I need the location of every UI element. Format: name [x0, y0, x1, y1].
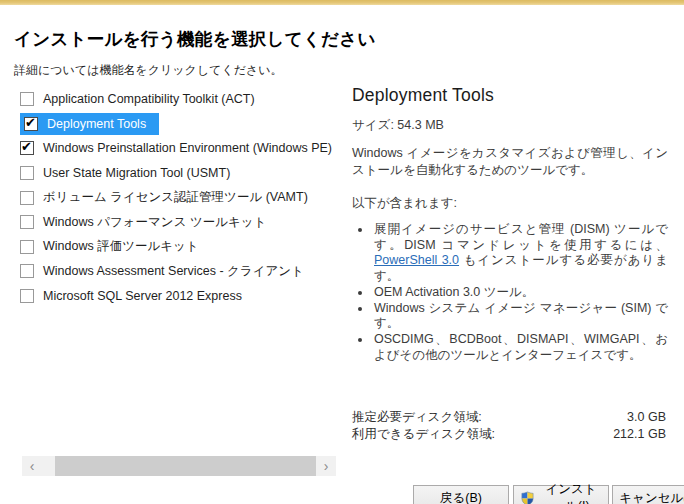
back-button[interactable]: 戻る(B): [413, 485, 509, 504]
feature-label[interactable]: User State Migration Tool (USMT): [43, 166, 230, 180]
cancel-button-label: キャンセル(C): [619, 490, 684, 504]
checkbox[interactable]: ✔: [24, 117, 38, 131]
uac-shield-icon: [520, 491, 535, 504]
checkbox[interactable]: ✔: [20, 166, 34, 180]
disk-required-value: 3.0 GB: [627, 409, 666, 426]
disk-summary: 推定必要ディスク領域: 3.0 GB 利用できるディスク領域: 212.1 GB: [352, 409, 666, 442]
feature-row-vamt[interactable]: ✔ボリューム ライセンス認証管理ツール (VAMT): [14, 185, 348, 210]
feature-row-assessment-services[interactable]: ✔Windows Assessment Services - クライアント: [14, 259, 348, 284]
disk-available-value: 212.1 GB: [613, 426, 666, 443]
feature-row-usmt[interactable]: ✔User State Migration Tool (USMT): [14, 161, 348, 186]
scrollbar-thumb[interactable]: [55, 456, 316, 476]
details-description: Windows イメージをカスタマイズおよび管理し、インストールを自動化するため…: [352, 145, 668, 178]
details-heading: Deployment Tools: [352, 85, 668, 106]
bullet-sim: Windows システム イメージ マネージャー (SIM) です。: [372, 301, 668, 332]
disk-required-row: 推定必要ディスク領域: 3.0 GB: [352, 409, 666, 426]
page-title: インストールを行う機能を選択してください: [14, 27, 376, 51]
cancel-button[interactable]: キャンセル(C): [612, 485, 684, 504]
disk-available-row: 利用できるディスク領域: 212.1 GB: [352, 426, 666, 443]
feature-row-assessment-toolkit[interactable]: ✔Windows 評価ツールキット: [14, 235, 348, 260]
install-button-label: インストール(I): [540, 481, 602, 504]
checkmark-icon: ✔: [25, 116, 36, 130]
feature-label[interactable]: Application Compatibility Toolkit (ACT): [43, 92, 255, 106]
feature-label[interactable]: Windows パフォーマンス ツールキット: [43, 214, 266, 231]
feature-label[interactable]: Windows 評価ツールキット: [43, 238, 199, 255]
checkbox[interactable]: ✔: [20, 215, 34, 229]
install-button[interactable]: インストール(I): [513, 485, 609, 504]
disk-required-label: 推定必要ディスク領域:: [352, 409, 482, 426]
feature-row-performance-toolkit[interactable]: ✔Windows パフォーマンス ツールキット: [14, 210, 348, 235]
details-bullet-list: 展開イメージのサービスと管理 (DISM) ツールです。DISM コマンドレット…: [352, 222, 668, 363]
powershell-link[interactable]: PowerShell 3.0: [374, 253, 459, 267]
horizontal-scrollbar[interactable]: ‹ ›: [22, 456, 336, 476]
checkbox[interactable]: ✔: [20, 240, 34, 254]
bullet-dism-pre: 展開イメージのサービスと管理 (DISM) ツールです。DISM コマンドレット…: [374, 222, 668, 252]
back-button-label: 戻る(B): [440, 490, 482, 504]
window-top-accent-band: [0, 0, 684, 5]
feature-details-pane: Deployment Tools サイズ: 54.3 MB Windows イメ…: [352, 85, 668, 363]
details-size: サイズ: 54.3 MB: [352, 117, 668, 134]
page-subtitle: 詳細については機能名をクリックしてください。: [14, 62, 283, 79]
feature-row-windows-pe[interactable]: ✔Windows Preinstallation Environment (Wi…: [14, 136, 348, 161]
feature-row-sql-express[interactable]: ✔Microsoft SQL Server 2012 Express: [14, 284, 348, 309]
details-includes-label: 以下が含まれます:: [352, 195, 668, 212]
feature-label[interactable]: Deployment Tools: [47, 117, 146, 131]
feature-label[interactable]: ボリューム ライセンス認証管理ツール (VAMT): [43, 189, 308, 206]
checkbox[interactable]: ✔: [20, 191, 34, 205]
feature-label[interactable]: Windows Assessment Services - クライアント: [43, 263, 304, 280]
checkbox[interactable]: ✔: [20, 141, 34, 155]
checkbox[interactable]: ✔: [20, 92, 34, 106]
bullet-oem-activation: OEM Activation 3.0 ツール。: [372, 285, 668, 301]
bullet-dism: 展開イメージのサービスと管理 (DISM) ツールです。DISM コマンドレット…: [372, 222, 668, 285]
feature-list: ✔Application Compatibility Toolkit (ACT)…: [14, 87, 348, 308]
feature-row-deployment-tools[interactable]: ✔Deployment Tools: [14, 112, 348, 137]
feature-row-act[interactable]: ✔Application Compatibility Toolkit (ACT): [14, 87, 348, 112]
checkbox[interactable]: ✔: [20, 289, 34, 303]
scroll-left-arrow-icon[interactable]: ‹: [22, 456, 42, 476]
feature-label[interactable]: Windows Preinstallation Environment (Win…: [43, 141, 332, 155]
checkbox[interactable]: ✔: [20, 264, 34, 278]
feature-label[interactable]: Microsoft SQL Server 2012 Express: [43, 289, 242, 303]
scroll-right-arrow-icon[interactable]: ›: [316, 456, 336, 476]
checkmark-icon: ✔: [21, 140, 32, 154]
disk-available-label: 利用できるディスク領域:: [352, 426, 495, 443]
bullet-oscdimg: OSCDIMG、BCDBoot、DISMAPI、WIMGAPI、およびその他のツ…: [372, 332, 668, 363]
